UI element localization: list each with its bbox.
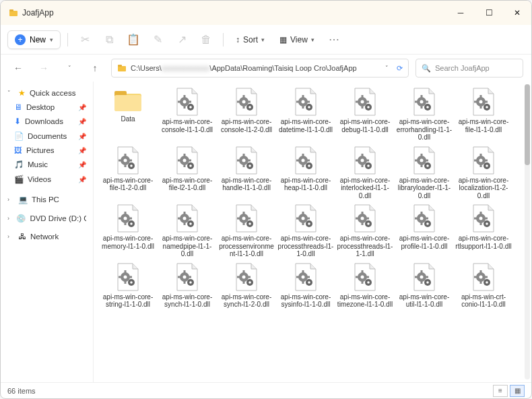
sidebar-item-videos[interactable]: 🎬Videos📌 bbox=[3, 172, 90, 187]
address-bar[interactable]: C:\Users\xxxxxxxxxxxxx\AppData\Roaming\T… bbox=[111, 59, 409, 78]
file-item[interactable]: api-ms-win-core-sysinfo-l1-1-0.dll bbox=[277, 262, 335, 316]
details-view-button[interactable]: ≡ bbox=[493, 385, 508, 397]
file-item[interactable]: api-ms-win-core-file-l1-2-0.dll bbox=[99, 146, 157, 200]
svg-rect-121 bbox=[184, 212, 186, 214]
file-item[interactable]: api-ms-win-core-file-l2-1-0.dll bbox=[158, 146, 216, 200]
file-item[interactable]: api-ms-win-core-libraryloader-l1-1-0.dll bbox=[395, 146, 453, 200]
back-button[interactable]: ← bbox=[9, 59, 28, 78]
svg-point-102 bbox=[426, 164, 429, 167]
svg-rect-66 bbox=[184, 164, 186, 167]
chevron-right-icon[interactable]: › bbox=[7, 196, 14, 203]
svg-rect-65 bbox=[184, 154, 186, 156]
dll-file-icon bbox=[292, 87, 320, 117]
file-item[interactable]: api-ms-win-core-datetime-l1-1-0.dll bbox=[277, 87, 335, 142]
chevron-down-icon[interactable]: ˅ bbox=[7, 90, 14, 96]
chevron-down-icon[interactable]: ˅ bbox=[60, 59, 79, 78]
file-item[interactable]: api-ms-win-core-processthreads-l1-1-0.dl… bbox=[277, 204, 335, 258]
file-item[interactable]: api-ms-win-crt-conio-l1-1-0.dll bbox=[455, 262, 512, 316]
chevron-right-icon[interactable]: › bbox=[7, 215, 12, 222]
svg-rect-35 bbox=[356, 101, 358, 103]
svg-rect-194 bbox=[302, 281, 304, 284]
dll-file-icon bbox=[292, 204, 320, 233]
new-button[interactable]: + New ▾ bbox=[7, 30, 61, 49]
file-item[interactable]: api-ms-win-core-processthreads-l1-1-1.dl… bbox=[336, 204, 394, 258]
minimize-button[interactable]: ─ bbox=[446, 1, 475, 25]
svg-rect-6 bbox=[114, 95, 141, 111]
paste-icon[interactable]: 📋 bbox=[123, 30, 143, 50]
file-item[interactable]: api-ms-win-core-handle-l1-1-0.dll bbox=[218, 146, 275, 200]
sidebar-item-network[interactable]: › 🖧 Network bbox=[3, 230, 90, 243]
svg-rect-186 bbox=[243, 281, 245, 284]
file-item[interactable]: api-ms-win-core-synch-l1-1-0.dll bbox=[158, 262, 216, 316]
svg-rect-42 bbox=[421, 106, 423, 109]
sidebar-item-pictures[interactable]: 🖼Pictures📌 bbox=[3, 144, 90, 157]
svg-rect-146 bbox=[362, 222, 364, 225]
share-icon[interactable]: ↗ bbox=[172, 30, 192, 50]
explorer-window: JoafjApp ─ ☐ ✕ + New ▾ ✂ ⧉ 📋 ✎ ↗ 🗑 ↕ Sor… bbox=[0, 0, 532, 399]
file-item[interactable]: api-ms-win-core-interlocked-l1-1-0.dll bbox=[336, 146, 394, 200]
copy-icon[interactable]: ⧉ bbox=[99, 30, 119, 50]
file-label: api-ms-win-core-interlocked-l1-1-0.dll bbox=[336, 177, 394, 200]
svg-point-134 bbox=[248, 222, 251, 225]
file-item[interactable]: api-ms-win-core-debug-l1-1-0.dll bbox=[336, 87, 394, 142]
file-item[interactable]: api-ms-win-core-heap-l1-1-0.dll bbox=[277, 146, 335, 200]
svg-rect-43 bbox=[415, 101, 418, 103]
svg-point-62 bbox=[130, 164, 133, 167]
icons-view-button[interactable]: ▦ bbox=[510, 385, 525, 397]
file-item[interactable]: api-ms-win-core-file-l1-1-0.dll bbox=[455, 87, 512, 142]
svg-rect-68 bbox=[189, 159, 191, 161]
forward-button[interactable]: → bbox=[34, 59, 53, 78]
folder-item[interactable]: Data bbox=[99, 87, 157, 142]
search-input[interactable]: 🔍 Search JoafjApp bbox=[415, 59, 523, 78]
file-item[interactable]: api-ms-win-core-localization-l1-2-0.dll bbox=[455, 146, 512, 200]
svg-rect-92 bbox=[366, 159, 369, 161]
svg-point-118 bbox=[130, 222, 133, 225]
command-bar: + New ▾ ✂ ⧉ 📋 ✎ ↗ 🗑 ↕ Sort ▾ ▦ View ▾ ⋯ bbox=[1, 25, 531, 55]
svg-rect-131 bbox=[237, 218, 240, 220]
more-button[interactable]: ⋯ bbox=[324, 30, 344, 50]
file-item[interactable]: api-ms-win-core-util-l1-1-0.dll bbox=[395, 262, 453, 316]
file-item[interactable]: api-ms-win-core-synch-l1-2-0.dll bbox=[218, 262, 275, 316]
scrollbar[interactable] bbox=[525, 84, 530, 379]
file-item[interactable]: api-ms-win-core-profile-l1-1-0.dll bbox=[395, 204, 453, 258]
sidebar-item-music[interactable]: 🎵Music📌 bbox=[3, 157, 90, 172]
chevron-down-icon[interactable]: ˅ bbox=[385, 65, 389, 71]
file-item[interactable]: api-ms-win-core-console-l1-2-0.dll bbox=[218, 87, 275, 142]
up-button[interactable]: ↑ bbox=[86, 59, 104, 78]
scrollbar-thumb[interactable] bbox=[525, 84, 530, 165]
sidebar-item-dvd[interactable]: › 💿 DVD Drive (D:) CCCC bbox=[3, 211, 90, 226]
file-label: api-ms-win-core-file-l1-2-0.dll bbox=[99, 177, 157, 200]
view-button[interactable]: ▦ View ▾ bbox=[274, 32, 320, 47]
sidebar-item-downloads[interactable]: ⬇Downloads📌 bbox=[3, 114, 90, 129]
cut-icon[interactable]: ✂ bbox=[75, 30, 95, 50]
svg-point-168 bbox=[124, 275, 127, 278]
maximize-button[interactable]: ☐ bbox=[475, 1, 503, 25]
file-item[interactable]: api-ms-win-core-errorhandling-l1-1-0.dll bbox=[395, 87, 453, 142]
rename-icon[interactable]: ✎ bbox=[147, 30, 168, 50]
file-item[interactable]: api-ms-win-core-console-l1-1-0.dll bbox=[158, 87, 216, 142]
svg-rect-113 bbox=[125, 212, 127, 214]
sidebar-item-quick-access[interactable]: ˅ ★ Quick access bbox=[3, 86, 90, 100]
sidebar-item-desktop[interactable]: 🖥Desktop📌 bbox=[3, 100, 90, 114]
file-item[interactable]: api-ms-win-core-timezone-l1-1-0.dll bbox=[336, 262, 394, 316]
sort-button[interactable]: ↕ Sort ▾ bbox=[230, 32, 270, 47]
file-item[interactable]: api-ms-win-core-string-l1-1-0.dll bbox=[99, 262, 157, 316]
file-pane[interactable]: Dataapi-ms-win-core-console-l1-1-0.dllap… bbox=[94, 82, 531, 382]
svg-rect-124 bbox=[189, 218, 191, 220]
svg-rect-11 bbox=[178, 101, 180, 103]
svg-rect-171 bbox=[119, 276, 121, 278]
file-item[interactable]: api-ms-win-core-namedpipe-l1-1-0.dll bbox=[158, 204, 216, 258]
file-item[interactable]: api-ms-win-core-processenvironment-l1-1-… bbox=[218, 204, 275, 258]
chevron-right-icon[interactable]: › bbox=[7, 233, 14, 240]
delete-icon[interactable]: 🗑 bbox=[196, 30, 216, 50]
svg-rect-41 bbox=[421, 95, 423, 98]
close-button[interactable]: ✕ bbox=[503, 1, 531, 25]
sidebar-item-this-pc[interactable]: › 💻 This PC bbox=[3, 192, 90, 207]
sidebar-item-documents[interactable]: 📄Documents📌 bbox=[3, 129, 90, 144]
file-item[interactable]: api-ms-win-core-memory-l1-1-0.dll bbox=[99, 204, 157, 258]
svg-rect-217 bbox=[480, 270, 482, 273]
refresh-icon[interactable]: ⟳ bbox=[397, 64, 403, 73]
svg-rect-67 bbox=[178, 159, 180, 161]
title-bar[interactable]: JoafjApp ─ ☐ ✕ bbox=[1, 1, 531, 25]
file-item[interactable]: api-ms-win-core-rtlsupport-l1-1-0.dll bbox=[455, 204, 512, 258]
